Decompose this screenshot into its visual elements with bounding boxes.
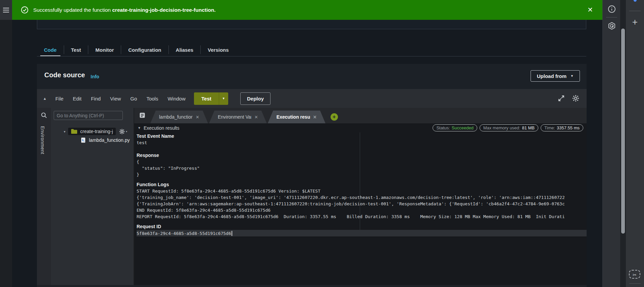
- request-id-value: 5f8e63fa-29c4-4685-a5d8-55d191c675d6: [137, 230, 231, 237]
- sidebar-divider: [629, 283, 641, 284]
- log-line: {'training_job_name': 'decision-test-001…: [137, 194, 587, 201]
- collapse-menubar-icon[interactable]: ▲: [43, 96, 47, 100]
- tab-versions[interactable]: Versions: [201, 43, 236, 56]
- chevron-down-icon: ▾: [126, 130, 127, 133]
- function-tabs: Code Test Monitor Configuration Aliases …: [37, 43, 236, 56]
- test-split-button: Test ▼: [194, 92, 228, 105]
- tab-configuration[interactable]: Configuration: [121, 43, 168, 56]
- editor-tab-environment-variables[interactable]: Environment Variables ✕: [209, 111, 267, 123]
- chevron-down-icon: ▼: [222, 97, 225, 100]
- screenshot-snip-icon[interactable]: ✂: [629, 270, 640, 279]
- tab-monitor[interactable]: Monitor: [88, 43, 121, 56]
- editor-column: lambda_function.py ✕ Environment Variabl…: [134, 108, 587, 285]
- search-icon[interactable]: [41, 112, 47, 120]
- text-cursor: [232, 231, 232, 236]
- response-heading: Response: [137, 152, 587, 159]
- memory-value: 81 MB: [522, 125, 535, 130]
- upload-from-button[interactable]: Upload from ▼: [531, 70, 580, 82]
- status-value: Succeeded: [452, 125, 474, 130]
- close-tab-icon[interactable]: ✕: [254, 115, 258, 120]
- deploy-button[interactable]: Deploy: [240, 92, 270, 105]
- test-event-name-heading: Test Event Name: [137, 133, 587, 139]
- python-file-icon: [81, 137, 86, 143]
- execution-results-pane: ▼ Execution results Status:Succeeded Max…: [134, 123, 587, 285]
- log-line: END RequestId: 5f8e63fa-29c4-4685-a5d8-5…: [137, 207, 587, 213]
- tab-code[interactable]: Code: [37, 43, 64, 56]
- info-link[interactable]: Info: [91, 74, 99, 79]
- response-line: }: [137, 171, 587, 178]
- test-dropdown-button[interactable]: ▼: [219, 92, 228, 105]
- cloudshell-hexagon-icon[interactable]: [607, 22, 616, 30]
- hamburger-menu-button[interactable]: [0, 0, 12, 20]
- folder-chip: create-training-job-decision-tree-functi…: [68, 128, 116, 135]
- tree-file-row[interactable]: lambda_function.py: [81, 137, 130, 143]
- time-value: 3357.55 ms: [557, 125, 580, 130]
- request-id-row: 5f8e63fa-29c4-4685-a5d8-55d191c675d6: [137, 230, 587, 237]
- menu-edit[interactable]: Edit: [68, 96, 86, 101]
- chevron-down-icon: ▼: [571, 75, 574, 78]
- ide-settings-gear-icon[interactable]: [572, 95, 579, 102]
- max-memory-badge: Max memory used:81 MB: [480, 124, 538, 131]
- tree-settings-gear-icon[interactable]: ▾: [119, 129, 127, 134]
- info-panel-icon[interactable]: [607, 5, 616, 13]
- status-badge: Status:Succeeded: [433, 124, 477, 131]
- tree-folder-row[interactable]: ▾ create-training-job-decision-tree-func…: [64, 127, 127, 136]
- rail-divider: [606, 17, 617, 17]
- goto-anything-input[interactable]: [54, 111, 123, 120]
- response-line: {: [137, 159, 587, 165]
- editor-tab-lambda-function[interactable]: lambda_function.py ✕: [150, 111, 208, 123]
- environment-sidebar-tab[interactable]: Environment: [40, 126, 45, 154]
- log-line: REPORT RequestId: 5f8e63fa-29c4-4685-a5d…: [137, 213, 587, 220]
- folder-icon: [71, 129, 78, 134]
- menu-go[interactable]: Go: [126, 96, 142, 101]
- menu-tools[interactable]: Tools: [142, 96, 163, 101]
- close-tab-icon[interactable]: ✕: [196, 115, 199, 120]
- result-badges: Status:Succeeded Max memory used:81 MB T…: [433, 124, 583, 131]
- editor-tab-execution-results[interactable]: Execution results ✕: [268, 111, 326, 123]
- environment-strip: Environment: [37, 108, 51, 285]
- banner-close-icon[interactable]: ✕: [587, 6, 593, 14]
- tab-aliases[interactable]: Aliases: [169, 43, 201, 56]
- execution-results-title: Execution results: [144, 125, 180, 131]
- menu-window[interactable]: Window: [163, 96, 190, 101]
- tab-list-icon[interactable]: [139, 112, 146, 120]
- lambda-console-screen: Successfully updated the function create…: [0, 0, 644, 287]
- tabs-divider-line: [37, 56, 586, 56]
- file-tree: ▾ create-training-job-decision-tree-func…: [51, 123, 134, 285]
- success-banner: Successfully updated the function create…: [12, 0, 602, 20]
- page-scrollbar-thumb[interactable]: [621, 29, 625, 234]
- notification-dot: [634, 0, 637, 2]
- menubar-right-icons: [558, 95, 579, 102]
- browser-sidebar: + ✂: [626, 0, 644, 287]
- check-circle-icon: [21, 6, 29, 14]
- new-tab-button[interactable]: +: [331, 113, 338, 121]
- menu-find[interactable]: Find: [86, 96, 105, 101]
- test-event-name-value: test: [137, 139, 587, 146]
- left-nav-strip: [0, 0, 12, 287]
- test-button[interactable]: Test: [194, 92, 219, 105]
- log-line: START RequestId: 5f8e63fa-29c4-4685-a5d8…: [137, 188, 587, 194]
- menu-file[interactable]: File: [51, 96, 68, 101]
- ide-menubar: ▲ File Edit Find View Go Tools Window Te…: [37, 89, 587, 108]
- tab-test[interactable]: Test: [64, 43, 88, 56]
- function-logs-heading: Function Logs: [137, 181, 587, 188]
- close-tab-icon[interactable]: ✕: [313, 115, 317, 120]
- cloud9-ide: ▲ File Edit Find View Go Tools Window Te…: [37, 89, 587, 287]
- collapse-triangle-icon: ▼: [138, 126, 141, 130]
- log-line: {'TrainingJobArn': 'arn:aws:sagemaker:ap…: [137, 201, 587, 207]
- request-id-heading: Request ID: [137, 223, 587, 230]
- banner-function-name: create-training-job-decision-tree-functi…: [112, 7, 214, 13]
- hamburger-icon: [3, 6, 9, 14]
- banner-message: Successfully updated the function create…: [33, 7, 216, 13]
- fullscreen-expand-icon[interactable]: [558, 95, 565, 102]
- add-sidebar-item-button[interactable]: +: [626, 17, 644, 28]
- console-right-rail: [602, 0, 620, 287]
- scrolled-panel-edge: [37, 20, 586, 29]
- file-tree-panel: Environment ▾ create-training-job-decisi…: [37, 108, 134, 285]
- page-scrollbar-track[interactable]: [620, 0, 626, 287]
- execution-results-content: Test Event Name test Response { "status"…: [137, 133, 587, 285]
- file-name: lambda_function.py: [89, 137, 130, 143]
- menu-view[interactable]: View: [105, 96, 126, 101]
- editor-tabs: lambda_function.py ✕ Environment Variabl…: [150, 111, 338, 123]
- sidebar-divider: [629, 11, 641, 11]
